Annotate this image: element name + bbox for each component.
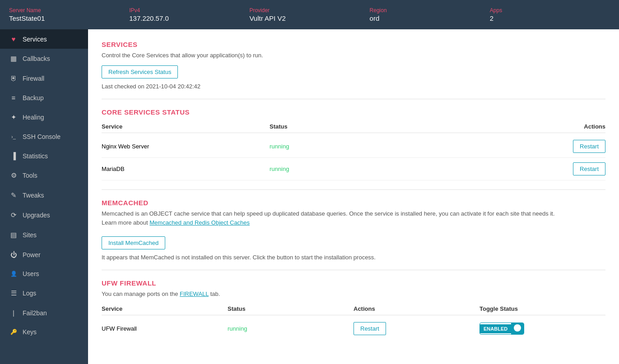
provider-section: Provider Vultr API V2 <box>249 7 369 22</box>
fail2ban-icon: | <box>9 309 18 317</box>
table-row: MariaDB running Restart <box>102 158 605 180</box>
divider-3 <box>102 270 605 270</box>
sidebar-label-healing: Healing <box>23 114 44 121</box>
apps-section: Apps 2 <box>490 7 610 22</box>
heart-icon: ♥ <box>9 35 18 43</box>
table-row: Nginx Web Server running Restart <box>102 135 605 158</box>
memcached-link[interactable]: Memcached and Redis Object Caches <box>149 219 250 226</box>
toggle-circle <box>514 324 521 332</box>
sidebar-item-logs[interactable]: ☰ Logs <box>0 283 88 303</box>
healing-icon: ✦ <box>9 113 18 121</box>
sidebar-item-keys[interactable]: 🔑 Keys <box>0 323 88 341</box>
sidebar-item-statistics[interactable]: ▐ Statistics <box>0 146 88 166</box>
ssh-icon: ›_ <box>9 134 18 139</box>
region-section: Region ord <box>370 7 490 22</box>
sidebar-label-services: Services <box>23 36 47 43</box>
sidebar-label-users: Users <box>23 270 39 277</box>
sidebar-item-tools[interactable]: ⚙ Tools <box>0 166 88 185</box>
ufw-col-status: Status <box>228 305 354 312</box>
ufw-manage-text: You can manage ports on the FIREWALL tab… <box>102 290 605 297</box>
power-icon: ⏻ <box>9 251 18 258</box>
memcached-title: MEMCACHED <box>102 199 605 207</box>
sidebar-item-upgrades[interactable]: ⟳ Upgrades <box>0 205 88 225</box>
core-services-section: CORE SERVICES STATUS Service Status Acti… <box>102 108 605 180</box>
firewall-link[interactable]: FIREWALL <box>180 290 209 297</box>
divider-1 <box>102 99 605 99</box>
region-value: ord <box>370 14 490 22</box>
apps-value: 2 <box>490 14 610 22</box>
ufw-section: UFW FIREWALL You can manage ports on the… <box>102 279 605 340</box>
backup-icon: ≡ <box>9 94 18 101</box>
ufw-service-status: running <box>228 325 354 332</box>
sidebar-item-power[interactable]: ⏻ Power <box>0 245 88 264</box>
table-row: UFW Firewall running Restart ENABLED <box>102 318 605 340</box>
sidebar-label-statistics: Statistics <box>23 152 48 160</box>
page-title: SERVICES <box>102 41 605 48</box>
sidebar-label-callbacks: Callbacks <box>23 55 50 62</box>
memcached-desc2: Learn more about Memcached and Redis Obj… <box>102 219 605 226</box>
install-note: It appears that MemCached is not install… <box>102 254 605 261</box>
service-name-nginx: Nginx Web Server <box>102 143 270 150</box>
nginx-restart-button[interactable]: Restart <box>573 140 605 153</box>
upgrades-icon: ⟳ <box>9 211 18 219</box>
page-desc: Control the Core Services that allow you… <box>102 52 605 59</box>
apps-label: Apps <box>490 7 610 14</box>
sidebar-item-users[interactable]: 👤 Users <box>0 264 88 283</box>
sidebar-item-callbacks[interactable]: ▦ Callbacks <box>0 49 88 69</box>
col-actions: Actions <box>437 123 605 130</box>
ipv4-section: IPv4 137.220.57.0 <box>129 7 249 22</box>
sidebar-label-tweaks: Tweaks <box>23 192 44 199</box>
ufw-col-toggle: Toggle Status <box>479 305 605 312</box>
server-name-section: Server Name TestState01 <box>9 7 129 22</box>
col-service: Service <box>102 123 270 130</box>
ipv4-label: IPv4 <box>129 7 249 14</box>
divider-2 <box>102 189 605 190</box>
ufw-restart-button[interactable]: Restart <box>354 322 386 335</box>
service-status-mariadb: running <box>270 166 437 172</box>
top-bar: Server Name TestState01 IPv4 137.220.57.… <box>0 0 619 29</box>
sidebar-item-fail2ban[interactable]: | Fail2ban <box>0 303 88 323</box>
sidebar-item-services[interactable]: ♥ Services <box>0 29 88 49</box>
service-name-mariadb: MariaDB <box>102 166 270 172</box>
install-memcached-button[interactable]: Install MemCached <box>102 236 165 249</box>
sidebar-item-firewall[interactable]: ⛨ Firewall <box>0 69 88 88</box>
mariadb-restart-button[interactable]: Restart <box>573 162 605 175</box>
services-section: SERVICES Control the Core Services that … <box>102 41 605 90</box>
tweaks-icon: ✎ <box>9 191 18 199</box>
sidebar-item-healing[interactable]: ✦ Healing <box>0 107 88 127</box>
ufw-table: Service Status Actions Toggle Status UFW… <box>102 303 605 340</box>
refresh-services-button[interactable]: Refresh Services Status <box>102 65 178 78</box>
ufw-toggle[interactable]: ENABLED <box>479 323 524 335</box>
sidebar-item-ssh-console[interactable]: ›_ SSH Console <box>0 127 88 146</box>
shield-icon: ⛨ <box>9 74 18 82</box>
sites-icon: ▤ <box>9 231 18 239</box>
callbacks-icon: ▦ <box>9 55 18 63</box>
sidebar-item-backup[interactable]: ≡ Backup <box>0 88 88 107</box>
server-name-value: TestState01 <box>9 14 129 22</box>
service-status-nginx: running <box>270 143 437 150</box>
sidebar-label-keys: Keys <box>23 328 37 336</box>
sidebar-item-sites[interactable]: ▤ Sites <box>0 225 88 245</box>
provider-label: Provider <box>249 7 369 14</box>
tools-icon: ⚙ <box>9 171 18 180</box>
sidebar-item-tweaks[interactable]: ✎ Tweaks <box>0 185 88 205</box>
sidebar-label-power: Power <box>23 251 41 258</box>
sidebar-label-upgrades: Upgrades <box>23 212 50 219</box>
ufw-col-service: Service <box>102 305 228 312</box>
ufw-toggle-col: ENABLED <box>479 323 605 335</box>
col-status: Status <box>270 123 437 130</box>
sidebar-label-fail2ban: Fail2ban <box>23 309 47 317</box>
sidebar-label-ssh-console: SSH Console <box>23 133 61 140</box>
keys-icon: 🔑 <box>9 329 18 335</box>
memcached-section: MEMCACHED Memcached is an OBJECT cache s… <box>102 199 605 261</box>
services-table-header: Service Status Actions <box>102 120 605 133</box>
toggle-pill <box>511 323 524 334</box>
core-services-title: CORE SERVICES STATUS <box>102 108 605 116</box>
ufw-col-actions: Actions <box>354 305 479 312</box>
sidebar-label-firewall: Firewall <box>23 75 44 82</box>
ufw-table-header: Service Status Actions Toggle Status <box>102 303 605 315</box>
services-table: Service Status Actions Nginx Web Server … <box>102 120 605 180</box>
region-label: Region <box>370 7 490 14</box>
main-content: SERVICES Control the Core Services that … <box>88 29 619 364</box>
memcached-desc1: Memcached is an OBJECT cache service tha… <box>102 210 605 217</box>
